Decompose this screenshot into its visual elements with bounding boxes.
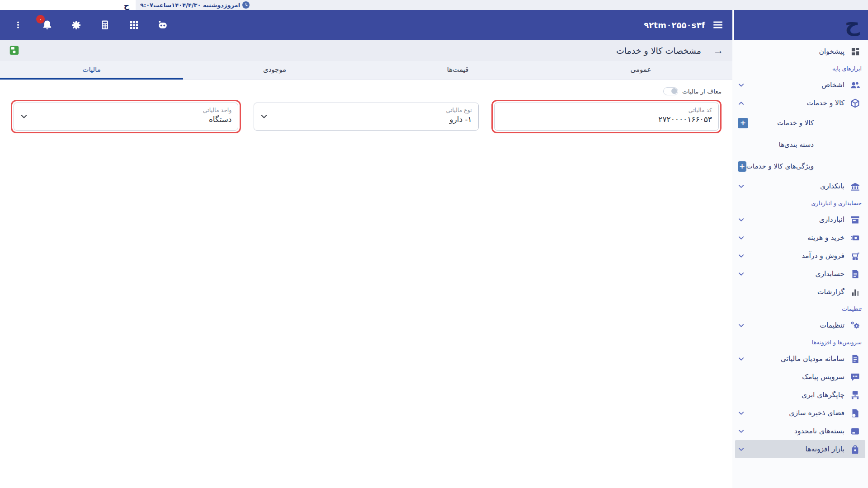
sidebar-section-settings: تنظیمات xyxy=(732,301,868,316)
sidebar-item-warehousing[interactable]: انبارداری xyxy=(732,211,868,229)
device-code: ۹۲tm۰۲۵۵۰s۳f xyxy=(644,20,705,30)
date-text: امروزدوشنبه ۱۴۰۴/۴/۳۰ساعت۹:۰۷ xyxy=(140,2,240,8)
kebab-menu-icon[interactable] xyxy=(10,17,26,33)
add-attribute-button[interactable]: + xyxy=(738,161,746,172)
sidebar-item-purchases-expenses[interactable]: خرید و هزینه xyxy=(732,229,868,247)
status-strip: امروزدوشنبه ۱۴۰۴/۴/۳۰ساعت۹:۰۷ ح xyxy=(0,0,868,10)
robot-assistant-icon[interactable] xyxy=(155,17,171,33)
header-row: ح ۹۲tm۰۲۵۵۰s۳f ۰ xyxy=(0,10,868,40)
chevron-down-icon xyxy=(738,410,745,417)
tax-code-value: ۲۷۲۰۰۰۰۱۶۶۰۵۳ xyxy=(501,115,712,124)
clock-icon xyxy=(242,1,250,9)
chevron-down-icon xyxy=(738,271,745,277)
sidebar-section-accounting-inventory: حسابداری و انبارداری xyxy=(732,195,868,211)
sidebar: پیشخوان ابزارهای پایه اشخاص کالا و خدمات… xyxy=(732,40,868,488)
store-icon xyxy=(850,215,860,225)
notification-badge: ۰ xyxy=(36,15,45,23)
today-date: امروزدوشنبه ۱۴۰۴/۴/۳۰ساعت۹:۰۷ xyxy=(140,1,250,9)
tab-general[interactable]: عمومی xyxy=(549,61,732,80)
cube-icon xyxy=(850,99,860,108)
invoice-icon xyxy=(850,354,860,364)
apps-grid-icon[interactable] xyxy=(126,17,142,33)
page-header: → مشخصات کالا و خدمات xyxy=(0,40,732,61)
chevron-down-icon xyxy=(738,428,745,435)
tab-tax[interactable]: مالیات xyxy=(0,61,183,80)
chevron-down-icon xyxy=(738,356,745,362)
sidebar-item-sms-service[interactable]: سرویس پیامک xyxy=(732,368,868,386)
chevron-down-icon xyxy=(738,322,745,329)
tax-type-wrap: نوع مالیاتی ۱- دارو xyxy=(251,100,481,133)
sidebar-item-accounting[interactable]: حسابداری xyxy=(732,265,868,283)
tax-exempt-label: معاف از مالیات xyxy=(682,88,722,95)
bag-icon xyxy=(850,445,860,454)
tax-code-field[interactable]: کد مالیاتی ۲۷۲۰۰۰۰۱۶۶۰۵۳ xyxy=(494,103,719,131)
sidebar-section-basic-tools: ابزارهای پایه xyxy=(732,61,868,76)
chevron-down-icon xyxy=(20,113,28,120)
tab-stock[interactable]: موجودی xyxy=(183,61,366,80)
chart-icon xyxy=(850,287,860,297)
tax-type-label: نوع مالیاتی xyxy=(260,107,472,113)
tax-unit-select[interactable]: واحد مالیاتی دستگاه xyxy=(14,103,238,131)
chevron-down-icon xyxy=(738,216,745,223)
sidebar-subitem-goods-services[interactable]: کالا و خدمات + xyxy=(732,112,868,134)
bank-icon xyxy=(850,182,860,191)
app-window: امروزدوشنبه ۱۴۰۴/۴/۳۰ساعت۹:۰۷ ح ح ۹۲tm۰۲… xyxy=(0,0,868,488)
toggle-knob xyxy=(671,88,677,94)
cart-icon xyxy=(850,251,860,261)
sidebar-item-settings[interactable]: تنظیمات xyxy=(732,316,868,334)
tax-type-value: ۱- دارو xyxy=(260,115,472,124)
calculator-icon[interactable] xyxy=(97,17,113,33)
sidebar-item-sales-income[interactable]: فروش و درآمد xyxy=(732,247,868,265)
tax-code-label: کد مالیاتی xyxy=(501,107,712,113)
chevron-down-icon xyxy=(738,253,745,259)
tax-exempt-toggle[interactable] xyxy=(663,87,678,95)
sidebar-item-goods-services[interactable]: کالا و خدمات xyxy=(732,94,868,112)
sidebar-item-reports[interactable]: گزارشات xyxy=(732,283,868,301)
sidebar-item-tax-moadian-system[interactable]: سامانه مودیان مالیاتی xyxy=(732,350,868,368)
ledger-icon xyxy=(850,269,860,279)
dashboard-icon xyxy=(850,47,860,56)
back-arrow-icon[interactable]: → xyxy=(712,45,724,56)
brand-logo-icon: ح xyxy=(845,14,860,34)
page-title: مشخصات کالا و خدمات xyxy=(616,46,701,56)
save-icon xyxy=(9,45,19,56)
sidebar-item-cloud-printers[interactable]: چاپگرهای ابری xyxy=(732,386,868,404)
sidebar-section-services-addons: سرویس‌ها و افزونه‌ها xyxy=(732,334,868,350)
storage-icon xyxy=(850,408,860,418)
chevron-up-icon xyxy=(738,100,745,107)
sidebar-item-banking[interactable]: بانکداری xyxy=(732,177,868,195)
sidebar-item-persons[interactable]: اشخاص xyxy=(732,76,868,94)
tax-unit-value: دستگاه xyxy=(20,115,231,124)
package-icon xyxy=(850,427,860,436)
sidebar-subitem-attributes[interactable]: ویژگی‌های کالا و خدمات + xyxy=(732,155,868,177)
sidebar-item-dashboard[interactable]: پیشخوان xyxy=(732,42,868,61)
tab-bar: عمومی قیمت‌ها موجودی مالیات xyxy=(0,61,732,80)
tax-exempt-row: معاف از مالیات xyxy=(11,87,722,95)
sidebar-item-storage-space[interactable]: فضای ذخیره سازی xyxy=(732,404,868,422)
tax-type-select[interactable]: نوع مالیاتی ۱- دارو xyxy=(254,103,478,131)
brand-logo-small: ح xyxy=(124,2,129,9)
sidebar-item-addons-market[interactable]: بازار افزونه‌ها xyxy=(735,440,865,458)
top-navbar: ۹۲tm۰۲۵۵۰s۳f ۰ xyxy=(0,10,732,40)
sms-icon xyxy=(850,372,860,382)
chevron-down-icon xyxy=(738,235,745,241)
save-button[interactable] xyxy=(8,45,20,56)
add-goods-button[interactable]: + xyxy=(738,118,748,128)
notifications-bell-icon[interactable]: ۰ xyxy=(39,17,55,33)
chevron-down-icon xyxy=(738,183,745,190)
tax-fields-row: کد مالیاتی ۲۷۲۰۰۰۰۱۶۶۰۵۳ نوع مالیاتی ۱- … xyxy=(11,100,722,133)
chevron-down-icon xyxy=(738,446,745,453)
money-icon xyxy=(850,233,860,243)
tax-code-highlight: کد مالیاتی ۲۷۲۰۰۰۰۱۶۶۰۵۳ xyxy=(491,100,722,133)
sidebar-subitem-categories[interactable]: دسته بندی‌ها xyxy=(732,134,868,155)
chevron-down-icon xyxy=(260,113,268,120)
sidebar-item-unlimited-packages[interactable]: بسته‌های نامحدود xyxy=(732,422,868,440)
hamburger-menu-icon[interactable] xyxy=(710,17,726,33)
chevron-down-icon xyxy=(738,82,745,89)
settings-gear-icon[interactable] xyxy=(68,17,84,33)
tab-prices[interactable]: قیمت‌ها xyxy=(366,61,549,80)
printer-icon xyxy=(850,390,860,400)
tax-unit-highlight: واحد مالیاتی دستگاه xyxy=(11,100,241,133)
tax-tab-panel: معاف از مالیات کد مالیاتی ۲۷۲۰۰۰۰۱۶۶۰۵۳ … xyxy=(0,80,732,488)
sidebar-brand: ح xyxy=(732,10,868,40)
